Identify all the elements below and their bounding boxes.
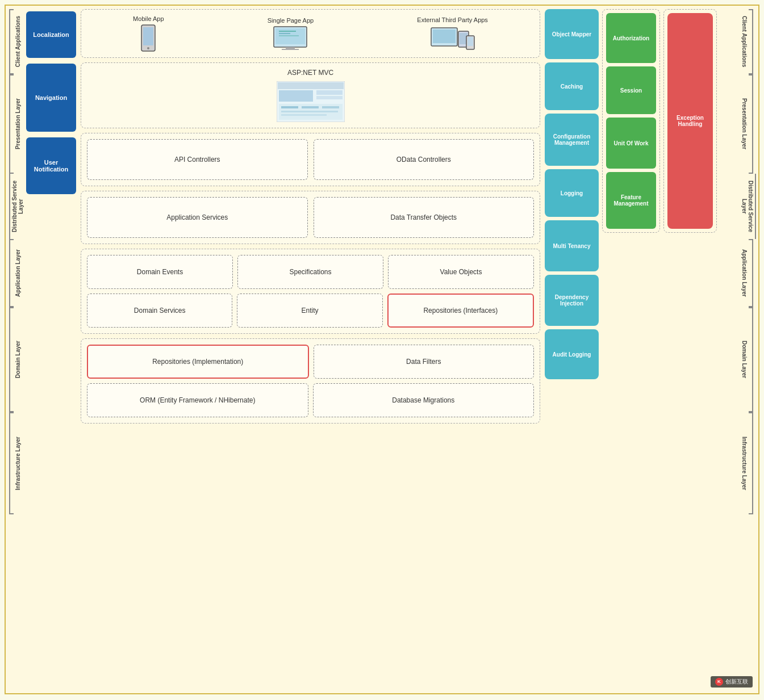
unit-of-work-box: Unit Of Work bbox=[606, 118, 656, 169]
right-label-infrastructure: Infrastructure Layer bbox=[740, 435, 749, 491]
caching-box: Caching bbox=[545, 62, 599, 110]
right-layer-labels: Client Applications Presentation Layer D… bbox=[740, 9, 755, 690]
specifications-box: Specifications bbox=[237, 255, 383, 289]
left-label-infrastructure: Infrastructure Layer bbox=[14, 435, 22, 491]
left-label-domain: Domain Layer bbox=[14, 339, 22, 379]
audit-logging-box: Audit Logging bbox=[545, 329, 599, 379]
navigation-box: Navigation bbox=[26, 64, 76, 132]
localization-box: Localization bbox=[26, 11, 76, 58]
left-label-application: Application Layer bbox=[14, 248, 22, 298]
dependency-injection-box: Dependency Injection bbox=[545, 275, 599, 326]
user-notification-box: User Notification bbox=[26, 137, 76, 194]
configuration-management-box: Configuration Management bbox=[545, 114, 599, 166]
domain-services-box: Domain Services bbox=[87, 294, 232, 328]
mobile-app-item: Mobile App bbox=[133, 15, 164, 52]
svg-rect-5 bbox=[279, 31, 296, 32]
svg-rect-9 bbox=[282, 49, 299, 50]
right-service-columns: Object Mapper Caching Configuration Mana… bbox=[545, 9, 738, 690]
phone-icon bbox=[140, 24, 156, 52]
database-migrations-box: Database Migrations bbox=[313, 383, 535, 417]
svg-rect-15 bbox=[467, 37, 473, 46]
svg-rect-1 bbox=[143, 27, 153, 45]
application-section: Application Services Data Transfer Objec… bbox=[81, 191, 540, 244]
infrastructure-section: Repositories (Implementation) Data Filte… bbox=[81, 338, 540, 424]
svg-rect-7 bbox=[279, 35, 299, 36]
red-column-wrapper: Exception Handling bbox=[663, 9, 717, 690]
session-box: Session bbox=[606, 66, 656, 114]
data-filters-box: Data Filters bbox=[314, 345, 535, 379]
api-controllers-box: API Controllers bbox=[87, 139, 308, 180]
domain-section: Domain Events Specifications Value Objec… bbox=[81, 249, 540, 334]
right-label-presentation: Presentation Layer bbox=[740, 97, 749, 150]
right-label-distributed: Distributed Service Layer bbox=[740, 174, 755, 239]
svg-rect-23 bbox=[302, 106, 319, 108]
orm-box: ORM (Entity Framework / NHibernate) bbox=[87, 383, 308, 417]
single-page-app-item: Single Page App bbox=[268, 17, 314, 50]
multi-device-icon bbox=[430, 26, 475, 51]
svg-rect-11 bbox=[433, 30, 456, 43]
feature-management-box: Feature Management bbox=[606, 172, 656, 229]
center-diagram: Mobile App Single Page App bbox=[81, 9, 540, 690]
multi-tenancy-box: Multi Tenancy bbox=[545, 220, 599, 271]
svg-rect-22 bbox=[281, 106, 298, 108]
svg-rect-18 bbox=[279, 90, 313, 102]
left-blue-boxes: Localization Navigation User Notificatio… bbox=[26, 9, 76, 690]
svg-rect-24 bbox=[322, 106, 339, 108]
repositories-interfaces-box: Repositories (Interfaces) bbox=[387, 294, 534, 328]
svg-rect-17 bbox=[278, 82, 344, 89]
teal-column: Object Mapper Caching Configuration Mana… bbox=[545, 9, 599, 690]
authorization-box: Authorization bbox=[606, 13, 656, 63]
client-apps-section: Mobile App Single Page App bbox=[81, 9, 540, 58]
aspnet-screenshot bbox=[277, 81, 345, 122]
watermark: K 创新互联 bbox=[711, 676, 753, 688]
mobile-app-label: Mobile App bbox=[133, 15, 164, 22]
right-label-application: Application Layer bbox=[740, 248, 749, 298]
svg-rect-26 bbox=[281, 114, 327, 116]
svg-point-2 bbox=[147, 47, 149, 49]
distributed-section: API Controllers OData Controllers bbox=[81, 133, 540, 186]
exception-handling-box: Exception Handling bbox=[667, 13, 713, 229]
repositories-impl-box: Repositories (Implementation) bbox=[87, 345, 309, 379]
logging-box: Logging bbox=[545, 169, 599, 217]
right-label-domain: Domain Layer bbox=[740, 339, 749, 379]
svg-rect-19 bbox=[316, 90, 343, 95]
right-label-client: Client Applications bbox=[740, 15, 749, 68]
left-layer-labels: Client Applications Presentation Layer D… bbox=[9, 9, 24, 690]
green-column-wrapper: Authorization Session Unit Of Work Featu… bbox=[602, 9, 660, 690]
odata-controllers-box: OData Controllers bbox=[314, 139, 535, 180]
aspnet-label: ASP:NET MVC bbox=[287, 69, 333, 77]
entity-box: Entity bbox=[237, 294, 382, 328]
domain-events-box: Domain Events bbox=[87, 255, 233, 289]
external-apps-item: External Third Party Apps bbox=[417, 16, 488, 51]
svg-rect-25 bbox=[281, 111, 338, 112]
aspnet-section: ASP:NET MVC bbox=[81, 62, 540, 128]
svg-rect-6 bbox=[279, 33, 290, 34]
external-apps-label: External Third Party Apps bbox=[417, 16, 488, 23]
left-label-client: Client Applications bbox=[14, 15, 22, 68]
data-transfer-objects-box: Data Transfer Objects bbox=[314, 197, 535, 238]
application-services-box: Application Services bbox=[87, 197, 308, 238]
single-page-label: Single Page App bbox=[268, 17, 314, 24]
value-objects-box: Value Objects bbox=[388, 255, 534, 289]
monitor-icon bbox=[273, 26, 307, 50]
object-mapper-box: Object Mapper bbox=[545, 9, 599, 59]
left-label-distributed: Distributed Service Layer bbox=[10, 174, 25, 239]
svg-rect-20 bbox=[316, 96, 343, 99]
left-label-presentation: Presentation Layer bbox=[14, 97, 22, 150]
